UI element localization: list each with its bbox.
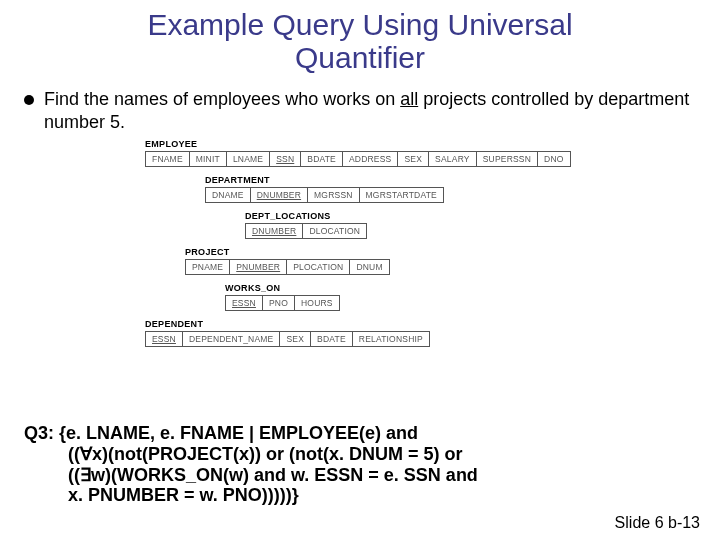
schema-table: ESSNPNOHOURS: [225, 295, 340, 311]
schema-project: PROJECT PNAMEPNUMBERPLOCATIONDNUM: [145, 247, 575, 275]
bullet-icon: [24, 95, 34, 105]
schema-col: BDATE: [311, 332, 353, 347]
schema-table: DNUMBERDLOCATION: [245, 223, 367, 239]
schema-col: DNO: [538, 152, 571, 167]
schema-col: DNAME: [206, 188, 251, 203]
schema-table: PNAMEPNUMBERPLOCATIONDNUM: [185, 259, 390, 275]
schema-col: SEX: [280, 332, 311, 347]
query-q3: Q3: {e. LNAME, e. FNAME | EMPLOYEE(e) an…: [24, 423, 478, 506]
schema-department: DEPARTMENT DNAMEDNUMBERMGRSSNMGRSTARTDAT…: [145, 175, 575, 203]
schema-col: MINIT: [189, 152, 226, 167]
schema-label: WORKS_ON: [225, 283, 575, 293]
q3-line3: ((∃w)(WORKS_ON(w) and w. ESSN = e. SSN a…: [24, 465, 478, 486]
schema-label: EMPLOYEE: [145, 139, 575, 149]
schema-col: PNAME: [186, 260, 230, 275]
schema-col: BDATE: [301, 152, 343, 167]
schema-table: FNAMEMINITLNAMESSNBDATEADDRESSSEXSALARYS…: [145, 151, 571, 167]
schema-col: DLOCATION: [303, 224, 367, 239]
schema-col: RELATIONSHIP: [352, 332, 429, 347]
schema-col: SSN: [270, 152, 301, 167]
schema-label: DEPENDENT: [145, 319, 575, 329]
schema-col: DNUMBER: [250, 188, 307, 203]
schema-col: SALARY: [429, 152, 477, 167]
schema-col: ADDRESS: [342, 152, 398, 167]
schema-col: PNO: [262, 296, 294, 311]
schema-col: DNUMBER: [246, 224, 303, 239]
slide-title: Example Query Using Universal Quantifier: [24, 8, 696, 74]
schema-col: SEX: [398, 152, 429, 167]
schema-label: DEPT_LOCATIONS: [245, 211, 575, 221]
schema-col: DEPENDENT_NAME: [182, 332, 280, 347]
bullet-item: Find the names of employees who works on…: [24, 88, 696, 133]
schema-table: DNAMEDNUMBERMGRSSNMGRSTARTDATE: [205, 187, 444, 203]
slide-number: Slide 6 b-13: [615, 514, 700, 532]
schema-col: HOURS: [294, 296, 339, 311]
schema-col: MGRSSN: [308, 188, 360, 203]
q3-line1: {e. LNAME, e. FNAME | EMPLOYEE(e) and: [59, 423, 418, 443]
schema-col: SUPERSSN: [476, 152, 537, 167]
q3-line4: x. PNUMBER = w. PNO)))))}: [24, 485, 478, 506]
schema-label: DEPARTMENT: [205, 175, 575, 185]
schema-dependent: DEPENDENT ESSNDEPENDENT_NAMESEXBDATERELA…: [145, 319, 575, 347]
bullet-pre: Find the names of employees who works on: [44, 89, 400, 109]
schema-col: LNAME: [226, 152, 269, 167]
schema-col: DNUM: [350, 260, 389, 275]
schema-table: ESSNDEPENDENT_NAMESEXBDATERELATIONSHIP: [145, 331, 430, 347]
schema-works-on: WORKS_ON ESSNPNOHOURS: [145, 283, 575, 311]
title-line-2: Quantifier: [295, 41, 425, 74]
title-line-1: Example Query Using Universal: [147, 8, 572, 41]
bullet-underlined: all: [400, 89, 418, 109]
schema-diagram: EMPLOYEE FNAMEMINITLNAMESSNBDATEADDRESSS…: [145, 139, 575, 347]
schema-col: FNAME: [146, 152, 190, 167]
schema-col: MGRSTARTDATE: [359, 188, 443, 203]
schema-col: ESSN: [146, 332, 183, 347]
q3-line2: ((∀x)(not(PROJECT(x)) or (not(x. DNUM = …: [24, 444, 478, 465]
schema-dept-locations: DEPT_LOCATIONS DNUMBERDLOCATION: [145, 211, 575, 239]
schema-col: ESSN: [226, 296, 263, 311]
q3-label: Q3:: [24, 423, 59, 443]
schema-col: PLOCATION: [287, 260, 350, 275]
schema-col: PNUMBER: [230, 260, 287, 275]
bullet-text: Find the names of employees who works on…: [44, 88, 696, 133]
schema-label: PROJECT: [185, 247, 575, 257]
schema-employee: EMPLOYEE FNAMEMINITLNAMESSNBDATEADDRESSS…: [145, 139, 575, 167]
